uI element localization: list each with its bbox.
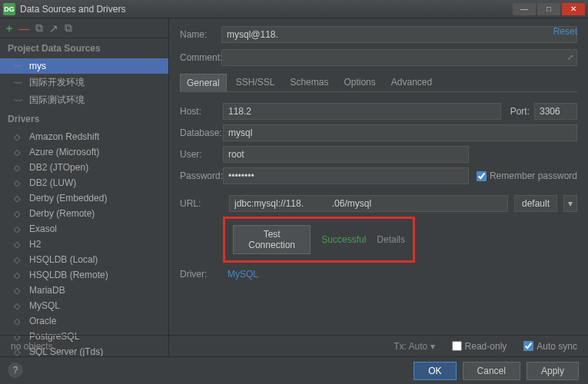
minimize-button[interactable]: —	[513, 3, 536, 15]
datasource-icon: 〰	[14, 61, 25, 71]
url-input[interactable]	[229, 195, 508, 212]
driver-label: Oracle	[29, 316, 56, 326]
driver-item[interactable]: ◇Derby (Embedded)	[0, 190, 168, 206]
driver-item[interactable]: ◇DB2 (LUW)	[0, 175, 168, 190]
app-icon: DG	[3, 3, 15, 15]
url-label: URL:	[180, 198, 223, 209]
name-label: Name:	[180, 29, 221, 40]
driver-label: H2	[29, 239, 41, 250]
tabs: General SSH/SSL Schemas Options Advanced	[180, 74, 577, 92]
comment-input[interactable]: ⤢	[221, 49, 577, 66]
test-details-link[interactable]: Details	[377, 234, 405, 245]
driver-item[interactable]: ◇MariaDB	[0, 283, 168, 298]
readonly-checkbox[interactable]: Read-only	[452, 341, 507, 352]
port-input[interactable]	[534, 103, 577, 120]
cancel-button[interactable]: Cancel	[463, 362, 520, 380]
driver-icon: ◇	[14, 240, 25, 250]
driver-icon: ◇	[14, 209, 25, 219]
driver-icon: ◇	[14, 194, 25, 204]
expand-icon[interactable]: ⤢	[567, 53, 573, 61]
driver-icon: ◇	[14, 132, 25, 142]
autosync-checkbox[interactable]: Auto sync	[523, 341, 577, 352]
driver-label: MariaDB	[29, 285, 65, 296]
driver-icon: ◇	[14, 163, 25, 173]
add-icon[interactable]: +	[6, 22, 12, 35]
driver-item[interactable]: ◇HSQLDB (Local)	[0, 252, 168, 267]
driver-icon: ◇	[14, 286, 25, 296]
driver-item[interactable]: ◇Oracle	[0, 313, 168, 329]
host-label: Host:	[180, 106, 223, 117]
tab-options[interactable]: Options	[337, 74, 381, 91]
datasource-item[interactable]: 〰 mys	[0, 58, 168, 74]
driver-item[interactable]: ◇Amazon Redshift	[0, 129, 168, 144]
driver-item[interactable]: ◇Azure (Microsoft)	[0, 144, 168, 160]
driver-label: DB2 (LUW)	[29, 177, 76, 188]
test-connection-area: Test Connection Successful Details	[223, 217, 415, 263]
drivers-header: Drivers	[0, 109, 168, 129]
driver-item[interactable]: ◇Exasol	[0, 221, 168, 237]
password-label: Password:	[180, 170, 223, 181]
navigate-icon[interactable]: ↗	[49, 22, 58, 35]
help-button[interactable]: ?	[8, 362, 23, 378]
url-mode-select[interactable]: default	[514, 195, 557, 212]
driver-link[interactable]: MySQL	[228, 269, 258, 280]
name-input[interactable]	[221, 26, 577, 43]
tab-schemas[interactable]: Schemas	[284, 74, 334, 91]
copy-icon[interactable]: ⧉	[35, 22, 43, 35]
datasource-icon: 〰	[14, 78, 25, 88]
chevron-down-icon[interactable]: ▾	[563, 195, 577, 212]
tx-mode[interactable]: Tx: Auto ▾	[394, 341, 434, 352]
driver-item[interactable]: ◇HSQLDB (Remote)	[0, 267, 168, 283]
driver-item[interactable]: ◇DB2 (JTOpen)	[0, 160, 168, 175]
apply-button[interactable]: Apply	[527, 362, 579, 380]
driver-label: Derby (Remote)	[29, 208, 95, 219]
remember-password-checkbox[interactable]: Remember password	[477, 170, 577, 181]
reset-link[interactable]: Reset	[553, 26, 577, 37]
driver-icon: ◇	[14, 316, 25, 326]
content-pane: Reset Name: Comment: ⤢ General SSH/SSL S…	[169, 18, 588, 356]
driver-icon: ◇	[14, 301, 25, 311]
window-title: Data Sources and Drivers	[20, 4, 125, 15]
footer-bar: no objects Tx: Auto ▾ Read-only Auto syn…	[0, 335, 588, 356]
tab-sshssl[interactable]: SSH/SSL	[230, 74, 281, 91]
tab-advanced[interactable]: Advanced	[385, 74, 438, 91]
ok-button[interactable]: OK	[414, 362, 456, 380]
driver-label: Derby (Embedded)	[29, 193, 107, 204]
datasource-label: 国际测试环境	[29, 94, 85, 107]
driver-label: HSQLDB (Remote)	[29, 270, 108, 280]
project-sources-header: Project Data Sources	[0, 38, 168, 58]
comment-label: Comment:	[180, 52, 221, 63]
driver-label: Exasol	[29, 223, 57, 234]
more-icon[interactable]: ⧉	[65, 22, 72, 35]
sidebar: + — ⧉ ↗ ⧉ Project Data Sources 〰 mys 〰 国…	[0, 18, 169, 356]
driver-item[interactable]: ◇H2	[0, 237, 168, 252]
driver-icon: ◇	[14, 270, 25, 280]
remove-icon[interactable]: —	[18, 22, 29, 35]
datasource-label: 国际开发环境	[29, 76, 85, 89]
test-connection-button[interactable]: Test Connection	[233, 225, 311, 254]
driver-label: Amazon Redshift	[29, 131, 99, 142]
host-input[interactable]	[223, 103, 501, 120]
datasource-item[interactable]: 〰 国际开发环境	[0, 74, 168, 91]
datasource-label: mys	[29, 61, 46, 71]
database-label: Database:	[180, 127, 223, 138]
driver-label: HSQLDB (Local)	[29, 254, 98, 265]
test-status: Successful	[321, 234, 366, 245]
user-input[interactable]	[223, 146, 469, 163]
no-objects-label: no objects	[11, 341, 53, 352]
port-label: Port:	[510, 106, 530, 117]
datasource-item[interactable]: 〰 国际测试环境	[0, 91, 168, 109]
close-button[interactable]: ✕	[562, 3, 585, 15]
driver-label: Driver:	[180, 269, 223, 280]
database-input[interactable]	[223, 124, 577, 141]
driver-icon: ◇	[14, 224, 25, 234]
tab-general[interactable]: General	[180, 74, 227, 91]
maximize-button[interactable]: □	[537, 3, 560, 15]
user-label: User:	[180, 149, 223, 160]
password-input[interactable]	[223, 167, 469, 184]
button-bar: OK Cancel Apply	[0, 356, 588, 384]
driver-icon: ◇	[14, 255, 25, 265]
titlebar: DG Data Sources and Drivers — □ ✕	[0, 0, 588, 18]
driver-item[interactable]: ◇MySQL	[0, 298, 168, 313]
driver-item[interactable]: ◇Derby (Remote)	[0, 206, 168, 221]
